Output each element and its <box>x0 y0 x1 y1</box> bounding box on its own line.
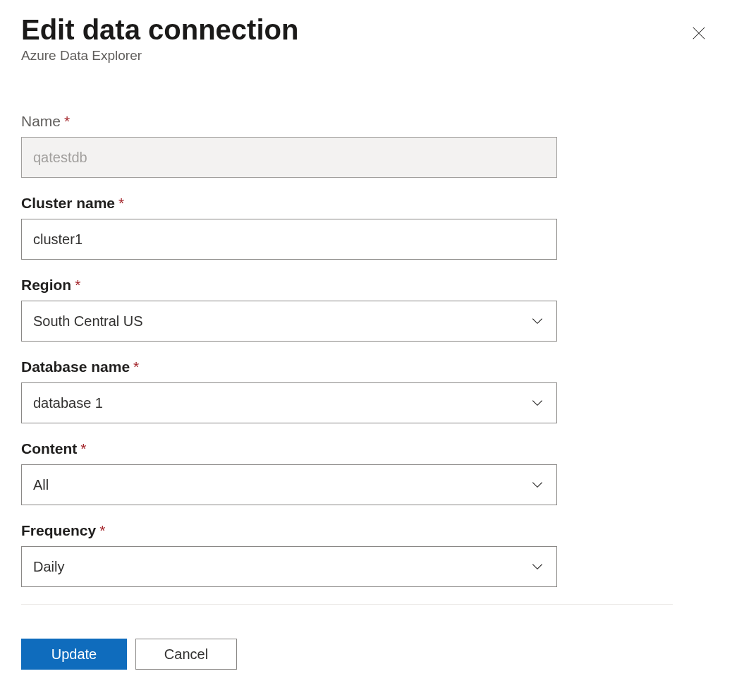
close-icon <box>691 25 707 41</box>
cluster-field-label: Cluster name* <box>21 195 557 212</box>
header-text-group: Edit data connection Azure Data Explorer <box>21 14 298 64</box>
database-select-wrap: database 1 <box>21 382 557 423</box>
frequency-field-label: Frequency* <box>21 522 557 539</box>
database-field-group: Database name* database 1 <box>21 358 557 423</box>
required-asterisk: * <box>75 277 80 293</box>
update-button[interactable]: Update <box>21 639 127 670</box>
button-row: Update Cancel <box>21 639 711 670</box>
panel-title: Edit data connection <box>21 14 298 45</box>
panel-header: Edit data connection Azure Data Explorer <box>21 14 711 64</box>
database-label-text: Database name <box>21 358 130 375</box>
content-select[interactable]: All <box>21 464 557 505</box>
name-field-label: Name* <box>21 113 557 130</box>
region-select-wrap: South Central US <box>21 301 557 342</box>
form-area: Name* Cluster name* Region* South Centra… <box>21 113 557 587</box>
cluster-label-text: Cluster name <box>21 195 115 211</box>
name-label-text: Name <box>21 113 61 129</box>
close-button[interactable] <box>687 21 711 45</box>
required-asterisk: * <box>133 358 139 375</box>
content-label-text: Content <box>21 440 77 457</box>
panel-subtitle: Azure Data Explorer <box>21 48 298 64</box>
region-field-group: Region* South Central US <box>21 277 557 342</box>
frequency-select-wrap: Daily <box>21 546 557 587</box>
cluster-field-group: Cluster name* <box>21 195 557 260</box>
cluster-name-input[interactable] <box>21 219 557 260</box>
required-asterisk: * <box>64 113 70 129</box>
frequency-field-group: Frequency* Daily <box>21 522 557 587</box>
cancel-button[interactable]: Cancel <box>135 639 237 670</box>
content-field-label: Content* <box>21 440 557 457</box>
frequency-select[interactable]: Daily <box>21 546 557 587</box>
region-select[interactable]: South Central US <box>21 301 557 342</box>
database-select[interactable]: database 1 <box>21 382 557 423</box>
region-field-label: Region* <box>21 277 557 294</box>
name-input <box>21 137 557 178</box>
required-asterisk: * <box>118 195 124 211</box>
content-field-group: Content* All <box>21 440 557 505</box>
frequency-label-text: Frequency <box>21 522 96 538</box>
content-select-wrap: All <box>21 464 557 505</box>
required-asterisk: * <box>99 522 105 538</box>
name-field-group: Name* <box>21 113 557 178</box>
region-label-text: Region <box>21 277 71 293</box>
footer-divider <box>21 604 673 605</box>
required-asterisk: * <box>80 440 86 457</box>
database-field-label: Database name* <box>21 358 557 375</box>
